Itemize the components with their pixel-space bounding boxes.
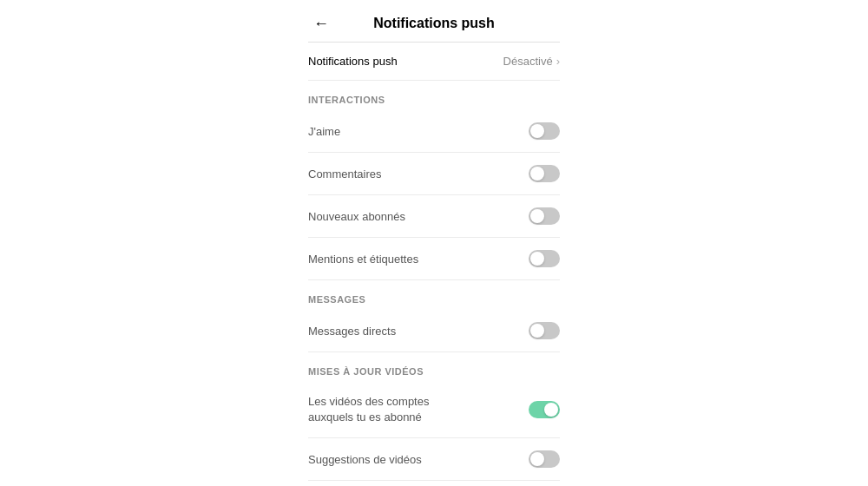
chevron-right-icon: › <box>556 55 560 68</box>
nouveaux-abonnes-row: Nouveaux abonnés <box>308 195 560 238</box>
nouveaux-abonnes-toggle[interactable] <box>529 207 560 225</box>
messages-directs-label: Messages directs <box>308 325 396 338</box>
messages-directs-slider <box>529 322 560 339</box>
videos-comptes-label: Les vidéos des comptes auxquels tu es ab… <box>308 394 464 425</box>
messages-directs-knob <box>530 324 544 338</box>
mentions-toggle[interactable] <box>529 250 560 267</box>
jaime-row: J'aime <box>308 110 560 153</box>
push-notifications-value: Désactivé › <box>503 55 560 68</box>
commentaires-row: Commentaires <box>308 153 560 195</box>
push-notifications-label: Notifications push <box>308 55 398 68</box>
section-videos: MISES À JOUR VIDÉOS <box>308 352 560 382</box>
videos-comptes-toggle[interactable] <box>529 401 560 418</box>
jaime-slider <box>529 122 560 140</box>
suggestions-toggle[interactable] <box>529 450 560 468</box>
jaime-label: J'aime <box>308 125 340 138</box>
messages-directs-toggle[interactable] <box>529 322 560 339</box>
commentaires-toggle[interactable] <box>529 165 560 182</box>
nouveaux-abonnes-slider <box>529 207 560 225</box>
videos-comptes-row: Les vidéos des comptes auxquels tu es ab… <box>308 382 560 438</box>
mentions-label: Mentions et étiquettes <box>308 253 418 266</box>
push-status-text: Désactivé <box>503 55 553 68</box>
suggestions-knob <box>530 452 544 466</box>
push-notifications-row[interactable]: Notifications push Désactivé › <box>308 43 560 81</box>
messages-directs-row: Messages directs <box>308 310 560 352</box>
page-container: ← Notifications push Notifications push … <box>0 0 868 486</box>
jaime-knob <box>530 124 544 138</box>
nouveaux-abonnes-label: Nouveaux abonnés <box>308 210 405 223</box>
videos-comptes-knob <box>544 403 558 417</box>
commentaires-slider <box>529 165 560 182</box>
section-live: LIVE <box>308 481 560 486</box>
header: ← Notifications push <box>308 7 560 43</box>
back-button[interactable]: ← <box>308 13 334 35</box>
nouveaux-abonnes-knob <box>530 209 544 223</box>
section-interactions: INTERACTIONS <box>308 81 560 110</box>
commentaires-knob <box>530 167 544 181</box>
settings-panel: ← Notifications push Notifications push … <box>308 7 560 486</box>
mentions-knob <box>530 252 544 266</box>
suggestions-slider <box>529 450 560 468</box>
back-icon: ← <box>313 15 329 33</box>
page-title: Notifications push <box>373 16 495 31</box>
mentions-slider <box>529 250 560 267</box>
suggestions-label: Suggestions de vidéos <box>308 453 422 466</box>
section-messages: MESSAGES <box>308 280 560 310</box>
videos-comptes-slider <box>529 401 560 418</box>
commentaires-label: Commentaires <box>308 167 382 181</box>
mentions-row: Mentions et étiquettes <box>308 238 560 280</box>
suggestions-row: Suggestions de vidéos <box>308 438 560 481</box>
jaime-toggle[interactable] <box>529 122 560 140</box>
